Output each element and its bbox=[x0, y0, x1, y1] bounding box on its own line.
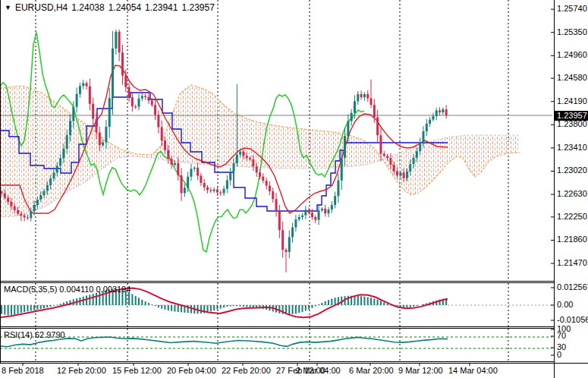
bear-candle bbox=[144, 96, 146, 96]
bear-candle bbox=[206, 187, 209, 191]
bear-candle bbox=[259, 172, 261, 176]
bull-candle bbox=[432, 116, 434, 120]
bull-candle bbox=[174, 163, 176, 165]
bull-candle bbox=[52, 172, 55, 178]
bull-candle bbox=[236, 155, 238, 163]
bear-candle bbox=[128, 87, 130, 97]
bull-candle bbox=[138, 99, 140, 107]
bull-candle bbox=[76, 94, 78, 107]
bull-candle bbox=[82, 83, 84, 86]
bear-candle bbox=[95, 119, 97, 133]
bull-candle bbox=[304, 209, 307, 215]
bear-candle bbox=[20, 213, 22, 215]
bear-candle bbox=[252, 159, 254, 166]
bull-candle bbox=[291, 228, 294, 238]
macd-axis-label: 0.00 bbox=[557, 300, 573, 309]
ohlc-open: 1.24038 bbox=[71, 2, 104, 13]
chart-canvas[interactable] bbox=[0, 0, 588, 378]
bull-candle bbox=[223, 189, 225, 194]
bull-candle bbox=[108, 98, 111, 127]
bull-candle bbox=[229, 172, 231, 180]
bear-candle bbox=[147, 97, 149, 101]
bull-candle bbox=[190, 169, 192, 176]
date-axis-label: 9 Mar 12:00 bbox=[398, 366, 443, 375]
bull-candle bbox=[416, 151, 418, 157]
bull-candle bbox=[39, 195, 42, 200]
bear-candle bbox=[203, 183, 206, 187]
macd-axis-label: -0.010569 bbox=[557, 315, 588, 324]
bear-candle bbox=[200, 176, 202, 183]
bear-candle bbox=[278, 211, 281, 230]
bull-candle bbox=[59, 158, 61, 165]
bear-candle bbox=[118, 32, 121, 52]
bull-candle bbox=[105, 127, 107, 142]
ichimoku-cloud bbox=[0, 85, 520, 217]
rsi-axis-label: 0 bbox=[557, 350, 561, 359]
bear-candle bbox=[285, 250, 287, 252]
bull-candle bbox=[354, 101, 356, 112]
bear-candle bbox=[308, 209, 310, 213]
bear-candle bbox=[262, 177, 264, 181]
bear-candle bbox=[24, 216, 26, 217]
bear-candle bbox=[86, 83, 88, 86]
bear-candle bbox=[386, 156, 388, 158]
bear-candle bbox=[121, 52, 124, 75]
ohlc-close: 1.23957 bbox=[181, 2, 214, 13]
bear-candle bbox=[373, 105, 376, 117]
bull-candle bbox=[56, 166, 58, 173]
price-axis-label: 1.22630 bbox=[557, 189, 587, 198]
bear-candle bbox=[246, 156, 248, 158]
bear-candle bbox=[27, 217, 29, 218]
bull-candle bbox=[72, 107, 74, 121]
bull-candle bbox=[226, 181, 228, 189]
bull-candle bbox=[141, 96, 143, 98]
bear-candle bbox=[439, 110, 441, 112]
bear-candle bbox=[376, 117, 379, 135]
bull-candle bbox=[30, 211, 32, 218]
bull-candle bbox=[429, 120, 431, 124]
rsi-axis-label: 70 bbox=[557, 331, 566, 340]
bull-candle bbox=[184, 187, 186, 193]
price-axis-label: 1.25350 bbox=[557, 27, 587, 36]
bear-candle bbox=[389, 158, 391, 165]
symbol-dropdown-triangle-icon[interactable]: ▼ bbox=[5, 4, 11, 11]
bull-candle bbox=[422, 131, 424, 143]
bull-candle bbox=[334, 196, 336, 205]
bull-candle bbox=[351, 113, 353, 121]
bull-candle bbox=[357, 94, 359, 101]
main-price-panel[interactable] bbox=[0, 0, 552, 281]
bear-candle bbox=[275, 199, 278, 211]
bear-candle bbox=[324, 209, 326, 213]
price-axis-label: 1.23410 bbox=[557, 143, 587, 152]
bear-candle bbox=[370, 98, 373, 105]
bear-candle bbox=[10, 202, 12, 206]
bear-candle bbox=[242, 152, 244, 156]
bull-candle bbox=[115, 32, 117, 49]
bear-candle bbox=[256, 166, 258, 172]
price-axis-label: 1.21470 bbox=[557, 258, 587, 267]
bull-candle bbox=[102, 143, 104, 146]
bull-candle bbox=[435, 110, 438, 116]
bull-candle bbox=[66, 135, 68, 149]
bull-candle bbox=[344, 136, 346, 158]
bear-candle bbox=[171, 159, 173, 165]
bear-candle bbox=[4, 194, 6, 198]
chart-title: ▼ EURUSD,H4 1.24038 1.24054 1.23941 1.23… bbox=[5, 2, 215, 13]
bear-candle bbox=[379, 135, 382, 153]
rsi-panel[interactable] bbox=[0, 337, 552, 348]
bull-candle bbox=[442, 109, 444, 112]
bull-candle bbox=[43, 191, 46, 196]
bear-candle bbox=[281, 230, 284, 250]
bear-candle bbox=[92, 104, 94, 119]
bear-candle bbox=[219, 193, 222, 194]
price-axis-label: 1.22250 bbox=[557, 212, 587, 221]
bear-candle bbox=[216, 189, 219, 192]
bull-candle bbox=[347, 121, 349, 136]
price-axis-label: 1.24960 bbox=[557, 50, 587, 59]
bear-candle bbox=[445, 109, 448, 115]
bear-candle bbox=[164, 140, 166, 150]
rsi-indicator-label: RSI(14) 62.9790 bbox=[4, 330, 65, 339]
bull-candle bbox=[426, 124, 428, 131]
bull-candle bbox=[294, 219, 297, 227]
bull-candle bbox=[112, 49, 114, 98]
